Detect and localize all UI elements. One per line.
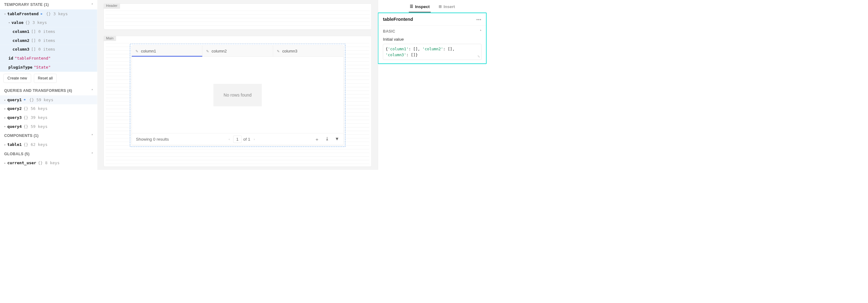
tree-query3[interactable]: ▸ query3 {} 39 keys — [0, 113, 97, 122]
basic-section: BASIC ˄ Initial value {'column1': [], 'c… — [378, 26, 486, 63]
tree-column3[interactable]: column3 [] 0 items — [0, 45, 97, 54]
section-globals[interactable]: GLOBALS (5) ˄ — [0, 149, 97, 159]
pencil-icon: ✎ — [135, 49, 138, 53]
pager: ‹ 1 of 1 › — [227, 136, 257, 143]
results-text: Showing 0 results — [136, 137, 168, 142]
next-page-button[interactable]: › — [252, 136, 257, 142]
chevron-up-icon: ˄ — [91, 3, 93, 6]
chevron-up-icon: ˄ — [91, 89, 93, 92]
frame-label: Main — [103, 36, 116, 41]
tree-value[interactable]: ▾ value {} 3 keys — [0, 18, 97, 27]
prev-page-button[interactable]: ‹ — [227, 136, 231, 142]
chevron-up-icon: ˄ — [91, 152, 93, 156]
tab-inspect[interactable]: ☰ Inspect — [409, 2, 431, 12]
empty-state: No rows found — [214, 84, 261, 106]
initial-value-input[interactable]: {'column1': [], 'column2': [], 'column3'… — [383, 44, 482, 60]
section-queries[interactable]: QUERIES AND TRANSFORMERS (4) ˄ — [0, 86, 97, 95]
frame-label: Header — [103, 3, 120, 9]
create-new-button[interactable]: Create new — [3, 74, 31, 83]
section-title: TEMPORARY STATE (1) — [4, 2, 49, 7]
highlight-wrap: tableFrontend ••• BASIC ˄ Initial value … — [378, 12, 487, 64]
pencil-icon: ✎ — [206, 49, 209, 53]
link-icon: ⚭ — [40, 11, 43, 17]
filter-icon[interactable]: ▼ — [335, 136, 339, 142]
header-frame[interactable]: Header — [103, 3, 372, 29]
tree-tablefrontend[interactable]: ▾ tableFrontend ⚭ {} 3 keys — [0, 9, 97, 18]
section-temp-state[interactable]: TEMPORARY STATE (1) ˄ — [0, 0, 97, 9]
basic-heading[interactable]: BASIC ˄ — [383, 29, 482, 34]
canvas: Header Main ✎ column1 ✎ column2 — [97, 0, 378, 170]
link-icon: ⚭ — [23, 97, 26, 103]
main-frame[interactable]: Main ✎ column1 ✎ column2 ✎ — [103, 36, 372, 167]
tree-query1[interactable]: ▸ query1 ⚭ {} 59 keys — [0, 95, 97, 104]
chevron-up-icon: ˄ — [480, 29, 482, 34]
table-head: ✎ column1 ✎ column2 ✎ column3 — [132, 46, 343, 57]
column-header-2[interactable]: ✎ column2 — [203, 46, 273, 56]
table-selection[interactable]: ✎ column1 ✎ column2 ✎ column3 N — [130, 44, 345, 147]
page-of: of 1 — [243, 137, 250, 142]
table-component[interactable]: ✎ column1 ✎ column2 ✎ column3 N — [131, 45, 343, 145]
tree-query2[interactable]: ▸ query2 {} 56 keys — [0, 104, 97, 113]
add-row-icon[interactable]: ＋ — [315, 136, 319, 142]
right-tabs: ☰ Inspect ⊞ Insert — [378, 0, 487, 12]
tree-column2[interactable]: column2 [] 0 items — [0, 36, 97, 45]
inspector-title: tableFrontend ••• — [378, 13, 486, 26]
tree-current-user[interactable]: ▸ current_user {} 8 keys — [0, 159, 97, 168]
tree-table1[interactable]: ▸ table1 {} 62 keys — [0, 140, 97, 149]
table-footer: Showing 0 results ‹ 1 of 1 › ＋ ⤓ ▼ — [132, 133, 343, 145]
download-icon[interactable]: ⤓ — [325, 136, 329, 142]
page-input[interactable]: 1 — [234, 136, 242, 143]
section-components[interactable]: COMPONENTS (1) ˄ — [0, 131, 97, 140]
initial-value-label: Initial value — [383, 37, 482, 42]
more-icon[interactable]: ••• — [476, 17, 482, 22]
right-panel: ☰ Inspect ⊞ Insert tableFrontend ••• BAS… — [378, 0, 487, 170]
chevron-up-icon: ˄ — [91, 134, 93, 138]
expand-icon[interactable]: ⤡ — [477, 54, 480, 59]
left-panel: TEMPORARY STATE (1) ˄ ▾ tableFrontend ⚭ … — [0, 0, 97, 170]
tree-query4[interactable]: ▸ query4 {} 59 keys — [0, 122, 97, 131]
tree-plugintype[interactable]: pluginType "State" — [0, 63, 97, 72]
reset-all-button[interactable]: Reset all — [34, 74, 57, 83]
column-header-1[interactable]: ✎ column1 — [132, 46, 203, 56]
table-body: No rows found — [132, 57, 343, 134]
tree-column1[interactable]: column1 [] 0 items — [0, 27, 97, 36]
insert-icon: ⊞ — [439, 4, 442, 9]
layers-icon: ☰ — [410, 4, 413, 9]
tree-localstorage[interactable]: ▸ localStorage {} 1 key — [0, 168, 97, 170]
tree-id[interactable]: id "tableFrontend" — [0, 54, 97, 63]
column-header-3[interactable]: ✎ column3 — [273, 46, 343, 56]
tab-insert[interactable]: ⊞ Insert — [438, 2, 456, 12]
pencil-icon: ✎ — [277, 49, 280, 53]
